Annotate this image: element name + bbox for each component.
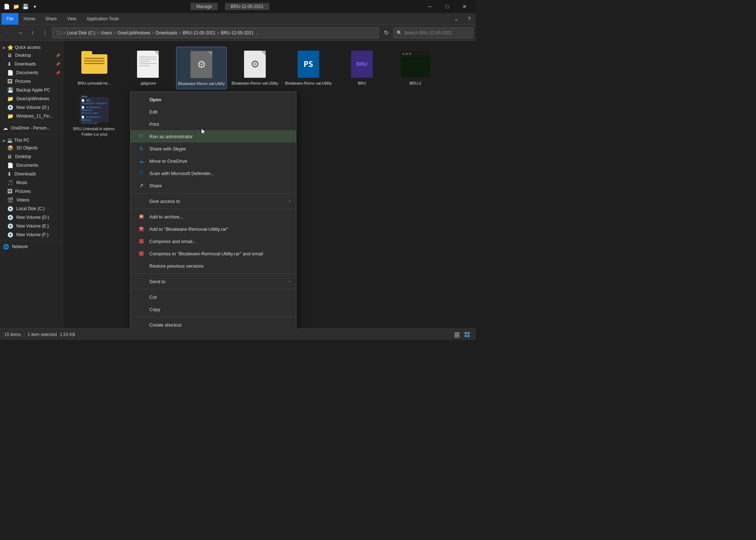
folder-lines-1 <box>84 58 104 65</box>
tab-view[interactable]: View <box>62 13 81 25</box>
sidebar-item-newvol-d[interactable]: 💿 New Volume (D:) <box>0 103 63 112</box>
sidebar-item-documents-pc[interactable]: 📄 Documents <box>0 161 63 170</box>
compress-email-icon <box>138 238 145 245</box>
ctx-compress-email[interactable]: Compress and email... <box>131 235 296 247</box>
terminal-dot-1 <box>402 53 405 55</box>
ctx-share[interactable]: ↗ Share <box>131 179 296 192</box>
thumb-row-2: 📄 BRU-uninstall-helpers <box>81 99 107 105</box>
network-icon: 🌐 <box>3 244 9 250</box>
view-details-button[interactable] <box>453 330 461 339</box>
sidebar-item-documents[interactable]: 📄 Documents 📌 <box>0 68 63 77</box>
pictures-pc-icon: 🖼 <box>7 188 12 194</box>
recent-locations-button[interactable]: ⋮ <box>40 28 50 38</box>
sidebar-pictures-label: Pictures <box>15 79 31 84</box>
sidebar-item-newvol-e[interactable]: 💿 New Volume (E:) <box>0 222 63 230</box>
sidebar-item-onedrive[interactable]: ☁ OneDrive - Person... <box>0 124 63 132</box>
tab-share[interactable]: Share <box>40 13 62 25</box>
window-controls: ─ □ ✕ <box>422 1 473 12</box>
minimize-button[interactable]: ─ <box>422 1 438 12</box>
file-item-bru2[interactable]: BRU-2 <box>390 47 441 89</box>
close-button[interactable]: ✕ <box>456 1 473 12</box>
file-item-bru-uninstall[interactable]: BRU-uninstall-he... <box>69 47 120 89</box>
ctx-create-shortcut[interactable]: Create shortcut <box>131 319 296 329</box>
ctx-scan-defender[interactable]: 🛡 Scan with Microsoft Defender... <box>131 167 296 179</box>
sidebar-gearup-label: GearUpWindows <box>16 96 49 101</box>
ctx-send-to[interactable]: Send to › <box>131 275 296 288</box>
sidebar-item-downloads-pc[interactable]: ⬇ Downloads <box>0 170 63 178</box>
sidebar-item-backup[interactable]: 💾 Backup Apple PC <box>0 86 63 94</box>
sidebar-item-pictures[interactable]: 🖼 Pictures <box>0 77 63 86</box>
svg-rect-4 <box>140 228 143 229</box>
sidebar-divider-3 <box>0 241 63 241</box>
sidebar-item-newvol-d2[interactable]: 💿 New Volume (D:) <box>0 213 63 222</box>
terminal-top-bar <box>401 51 430 56</box>
sidebar-item-win11[interactable]: 📁 Windows_11_Fin... <box>0 112 63 120</box>
ctx-run-as-admin[interactable]: 🛡 Run as administrator <box>131 130 296 143</box>
svg-rect-7 <box>454 332 460 333</box>
newvol-e-icon: 💿 <box>7 223 13 229</box>
file-label-helpers-layout: BRU-Uninstall-H elpers-Folder-La yout <box>71 126 118 137</box>
forward-button[interactable]: → <box>15 28 25 38</box>
refresh-button[interactable]: ↻ <box>381 28 391 38</box>
file-item-bloatware-ps[interactable]: PS Bloatware-Remo val-Utility <box>283 47 334 89</box>
bru-text-label: BRU <box>356 61 367 67</box>
sidebar: ▶ ⭐ Quick access 🖥 Desktop 📌 ⬇ Downloads… <box>0 41 63 329</box>
tab-application-tools[interactable]: Application Tools <box>81 13 124 25</box>
ctx-print[interactable]: Print <box>131 118 296 130</box>
window-title: BRU-12-05-2021 <box>225 3 269 10</box>
ctx-share-skype[interactable]: S Share with Skype <box>131 143 296 155</box>
ctx-add-archive[interactable]: Add to archive... <box>131 211 296 223</box>
search-box[interactable]: 🔍 Search BRU-12-05-2021 <box>393 27 473 38</box>
file-item-bloatware-bat[interactable]: ⚙ Bloatware-Remo val-Utility <box>230 47 280 89</box>
ctx-add-rar[interactable]: Add to "Bloatware-Removal-Utility.rar" <box>131 223 296 235</box>
file-item-gitignore[interactable]: .gitignore <box>123 47 173 89</box>
terminal-dot-3 <box>409 53 411 55</box>
view-tiles-button[interactable] <box>463 330 471 339</box>
sidebar-item-network[interactable]: 🌐 Network <box>0 242 63 251</box>
sidebar-quick-access-header[interactable]: ▶ ⭐ Quick access <box>0 42 63 51</box>
file-item-bru[interactable]: BRU BRU <box>337 47 387 89</box>
tab-home[interactable]: Home <box>18 13 40 25</box>
sidebar-item-pictures-pc[interactable]: 🖼 Pictures <box>0 187 63 196</box>
status-selected: 1 item selected <box>27 332 57 337</box>
sidebar-item-desktop[interactable]: 🖥 Desktop 📌 <box>0 51 63 60</box>
ctx-cut[interactable]: Cut <box>131 291 296 303</box>
gearup-icon: 📁 <box>7 96 13 102</box>
sidebar-item-gearup[interactable]: 📁 GearUpWindows <box>0 94 63 103</box>
file-item-helpers-layout[interactable]: Name 📄 BRU-uninstall-helpers 📄 Bloatware… <box>69 92 120 140</box>
ctx-sep-1 <box>131 193 296 194</box>
ctx-open[interactable]: Open <box>131 93 296 106</box>
ctx-compress-rar-email[interactable]: Compress to "Bloatware-Removal-Utility.r… <box>131 247 296 260</box>
folder-icon-container-1 <box>80 50 109 78</box>
ctx-give-access[interactable]: Give access to › <box>131 195 296 207</box>
file-item-bloatware-selected[interactable]: ⚙ Bloatware-Remo val-Utility <box>176 47 227 89</box>
sidebar-thispc-header[interactable]: ▶ 💻 This PC <box>0 136 63 144</box>
sidebar-item-3dobjects[interactable]: 📦 3D Objects <box>0 144 63 152</box>
svg-rect-6 <box>139 251 144 256</box>
sidebar-item-local-disk[interactable]: 💿 Local Disk (C:) <box>0 204 63 213</box>
ctx-copy[interactable]: Copy <box>131 303 296 315</box>
sidebar-item-videos[interactable]: 🎬 Videos <box>0 196 63 204</box>
manage-tab[interactable]: Manage <box>191 3 218 10</box>
back-button[interactable]: ← <box>3 28 13 38</box>
address-path[interactable]: ⬛ > Local Disk (C:) > Users > GearUpWind… <box>52 27 379 38</box>
ribbon-collapse-icon[interactable]: ⌄ <box>451 14 461 24</box>
copy-icon <box>138 306 145 313</box>
doc-corner-1 <box>154 51 159 56</box>
sidebar-item-downloads[interactable]: ⬇ Downloads 📌 <box>0 60 63 68</box>
ctx-move-onedrive[interactable]: ☁ Move to OneDrive <box>131 155 296 167</box>
sidebar-item-desktop-pc[interactable]: 🖥 Desktop <box>0 152 63 161</box>
sidebar-item-music[interactable]: 🎵 Music <box>0 178 63 187</box>
ctx-restore-versions[interactable]: Restore previous versions <box>131 260 296 272</box>
3dobjects-icon: 📦 <box>7 145 13 151</box>
up-button[interactable]: ↑ <box>27 28 38 38</box>
maximize-button[interactable]: □ <box>439 1 456 12</box>
sidebar-newvold2-label: New Volume (D:) <box>16 215 49 220</box>
tab-file[interactable]: File <box>1 13 18 25</box>
print-icon <box>138 120 145 128</box>
sidebar-music-label: Music <box>16 180 27 185</box>
ctx-open-label: Open <box>149 97 161 102</box>
ctx-edit[interactable]: Edit <box>131 106 296 118</box>
ribbon-help-icon[interactable]: ? <box>464 14 474 24</box>
sidebar-item-newvol-f[interactable]: 💿 New Volume (F:) <box>0 230 63 239</box>
